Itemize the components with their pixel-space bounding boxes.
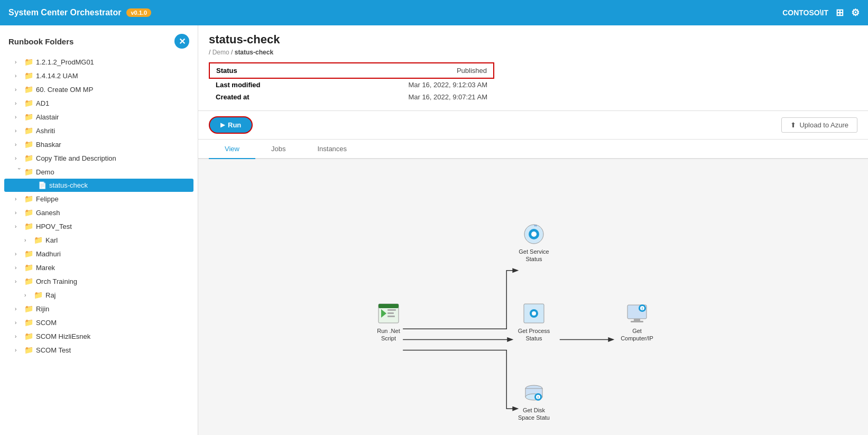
sidebar-item-label: Bhaskar (36, 141, 61, 149)
chevron-right-icon: › (15, 334, 23, 339)
chevron-right-icon: › (15, 100, 23, 106)
status-label: Status (209, 63, 368, 78)
chevron-right-icon: › (24, 237, 33, 243)
tab-instances[interactable]: Instances (301, 140, 363, 159)
node-label: Get DiskSpace Statu (518, 406, 550, 422)
upload-to-azure-button[interactable]: ⬆ Upload to Azure (781, 117, 857, 133)
node-get-computer-ip[interactable]: i GetComputer/IP (616, 302, 658, 343)
breadcrumb-current: status-check (235, 49, 273, 56)
chevron-right-icon: › (15, 224, 23, 229)
main-layout: Runbook Folders ✕ › 📁 1.2.1.2_ProdMG01 ›… (0, 25, 868, 435)
sidebar-item-scomtest[interactable]: › 📁 SCOM Test (0, 343, 198, 357)
folder-icon: 📁 (24, 58, 33, 66)
node-get-disk-space[interactable]: i Get DiskSpace Statu (513, 381, 555, 422)
chevron-right-icon: › (15, 142, 23, 147)
sidebar: Runbook Folders ✕ › 📁 1.2.1.2_ProdMG01 ›… (0, 25, 198, 435)
folder-icon: 📁 (24, 249, 33, 258)
sidebar-item-label: Copy Title and Description (36, 154, 116, 162)
tab-jobs[interactable]: Jobs (255, 140, 301, 159)
sidebar-item-ganesh[interactable]: › 📁 Ganesh (0, 206, 198, 219)
svg-text:i: i (642, 307, 643, 310)
sidebar-item-label: status-check (49, 181, 88, 189)
node-label: Run .NetScript (377, 327, 400, 343)
sidebar-item-demo[interactable]: › 📁 Demo (0, 165, 198, 179)
grid-icon[interactable]: ⊞ (836, 7, 844, 18)
chevron-right-icon: › (15, 251, 23, 257)
play-icon: ▶ (220, 122, 225, 128)
sidebar-item-ad1[interactable]: › 📁 AD1 (0, 96, 198, 110)
node-run-net-script[interactable]: Run .NetScript (367, 302, 410, 343)
sidebar-item-felippe[interactable]: › 📁 Felippe (0, 192, 198, 206)
chevron-down-icon: › (16, 168, 22, 176)
svg-text:i: i (533, 311, 534, 316)
header-left: System Center Orchestrator v0.1.0 (8, 8, 151, 17)
sidebar-item-ashriti[interactable]: › 📁 Ashriti (0, 124, 198, 137)
node-label: GetComputer/IP (621, 327, 653, 343)
sidebar-item-karl[interactable]: › 📁 Karl (0, 233, 198, 247)
folder-icon: 📁 (24, 304, 33, 313)
node-get-service-status[interactable]: i Get ServiceStatus (513, 223, 555, 263)
tab-view[interactable]: View (209, 140, 255, 159)
sidebar-item-label: Karl (45, 236, 58, 244)
sidebar-close-button[interactable]: ✕ (174, 34, 189, 49)
sidebar-item-1414[interactable]: › 📁 1.4.14.2 UAM (0, 69, 198, 82)
svg-rect-5 (378, 304, 399, 308)
svg-rect-15 (634, 319, 640, 321)
sidebar-item-label: AD1 (36, 99, 49, 107)
sidebar-item-label: Marek (36, 264, 55, 272)
sidebar-item-alastair[interactable]: › 📁 Alastair (0, 110, 198, 124)
node-get-process-status[interactable]: i Get ProcessStatus (513, 302, 555, 343)
chevron-right-icon: › (15, 347, 23, 353)
sidebar-item-rijin[interactable]: › 📁 Rijin (0, 302, 198, 316)
folder-icon: 📁 (24, 222, 33, 230)
sidebar-item-label: Alastair (36, 113, 59, 121)
sidebar-item-scomhiz[interactable]: › 📁 SCOM HizliEsnek (0, 329, 198, 343)
folder-icon: 📁 (24, 332, 33, 340)
svg-rect-16 (631, 321, 643, 322)
folder-icon: 📁 (24, 99, 33, 107)
sidebar-item-madhuri[interactable]: › 📁 Madhuri (0, 247, 198, 261)
sidebar-item-marek[interactable]: › 📁 Marek (0, 261, 198, 274)
sidebar-title: Runbook Folders (8, 37, 73, 46)
folder-icon: 📁 (24, 346, 33, 354)
folder-icon: 📁 (34, 291, 43, 299)
folder-icon: 📁 (34, 236, 43, 244)
runbook-info-table: Status Published Last modified Mar 16, 2… (209, 62, 494, 103)
chevron-right-icon: › (15, 196, 23, 202)
get-service-status-icon: i (522, 223, 546, 246)
upload-label: Upload to Azure (799, 121, 848, 129)
last-modified-value: Mar 16, 2022, 9:12:03 AM (368, 78, 494, 91)
folder-icon: 📁 (24, 140, 33, 149)
svg-rect-3 (387, 312, 394, 314)
node-label: Get ServiceStatus (519, 248, 549, 263)
sidebar-item-label: Ganesh (36, 209, 60, 217)
get-process-status-icon: i (522, 302, 546, 325)
sidebar-item-label: SCOM Test (36, 346, 71, 354)
sidebar-item-scom[interactable]: › 📁 SCOM (0, 316, 198, 329)
created-at-label: Created at (209, 91, 368, 103)
sidebar-item-label: Orch Training (36, 277, 77, 285)
folder-icon: 📁 (24, 318, 33, 327)
sidebar-item-label: HPOV_Test (36, 223, 72, 230)
sidebar-item-copytitle[interactable]: › 📁 Copy Title and Description (0, 151, 198, 165)
gear-icon[interactable]: ⚙ (851, 7, 860, 18)
run-button[interactable]: ▶ Run (209, 116, 253, 134)
sidebar-item-1212[interactable]: › 📁 1.2.1.2_ProdMG01 (0, 55, 198, 69)
toolbar: ▶ Run ⬆ Upload to Azure (198, 111, 868, 140)
tabs-bar: View Jobs Instances (198, 140, 868, 159)
status-value: Published (368, 63, 494, 78)
chevron-right-icon: › (15, 265, 23, 271)
sidebar-item-label: Rijin (36, 305, 49, 313)
sidebar-item-statuscheck[interactable]: 📄 status-check (4, 179, 193, 192)
sidebar-item-orch[interactable]: › 📁 Orch Training (0, 274, 198, 288)
upload-icon: ⬆ (790, 121, 796, 129)
sidebar-item-60om[interactable]: › 📁 60. Create OM MP (0, 82, 198, 96)
sidebar-item-bhaskar[interactable]: › 📁 Bhaskar (0, 137, 198, 151)
sidebar-item-hpov[interactable]: › 📁 HPOV_Test (0, 219, 198, 233)
content-header: status-check / Demo / status-check Statu… (198, 25, 868, 111)
chevron-right-icon: › (15, 320, 23, 326)
content-area: status-check / Demo / status-check Statu… (198, 25, 868, 435)
chevron-right-icon: › (15, 306, 23, 312)
sidebar-item-raj[interactable]: › 📁 Raj (0, 288, 198, 302)
folder-icon: 📁 (24, 154, 33, 162)
